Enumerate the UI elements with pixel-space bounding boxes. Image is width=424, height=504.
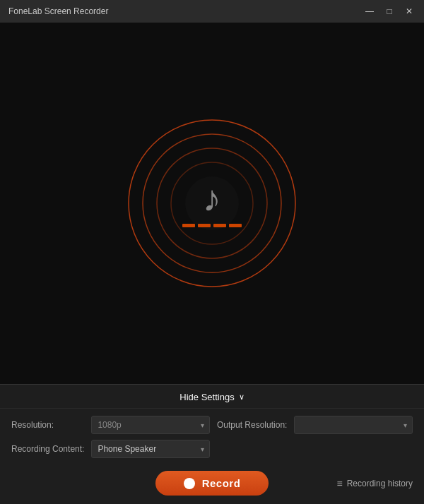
output-resolution-label: Output Resolution: <box>217 420 287 430</box>
bottom-panel: Hide Settings ∨ Resolution: 720p 1080p 1… <box>0 384 424 504</box>
recording-content-select[interactable]: Phone Speaker System Audio Microphone No… <box>91 440 210 458</box>
eq-bar-4 <box>229 224 242 227</box>
resolution-select-wrapper: 720p 1080p 1440p 4K ▾ <box>91 416 210 434</box>
output-resolution-select[interactable]: 720p 1080p <box>294 416 413 434</box>
main-area: ♪ <box>0 23 424 384</box>
recording-content-label: Recording Content: <box>11 444 84 454</box>
resolution-label: Resolution: <box>11 420 84 430</box>
recording-history-label: Recording history <box>347 479 413 488</box>
record-dot-icon <box>184 478 195 489</box>
eq-bar-1 <box>182 224 195 227</box>
resolution-select[interactable]: 720p 1080p 1440p 4K <box>91 416 210 434</box>
visualizer: ♪ <box>120 112 304 295</box>
close-button[interactable]: ✕ <box>400 4 418 19</box>
record-button-label: Record <box>202 477 241 489</box>
record-button[interactable]: Record <box>155 471 269 496</box>
minimize-button[interactable]: — <box>360 4 379 19</box>
music-note-container: ♪ <box>182 180 242 227</box>
recording-history-button[interactable]: ≡ Recording history <box>336 478 413 489</box>
hide-settings-label[interactable]: Hide Settings <box>179 392 234 402</box>
eq-bar-2 <box>198 224 211 227</box>
music-note-icon: ♪ <box>203 180 221 217</box>
window-controls: — □ ✕ <box>360 4 418 19</box>
maximize-button[interactable]: □ <box>380 4 399 19</box>
settings-grid: Resolution: 720p 1080p 1440p 4K ▾ Output… <box>0 409 424 464</box>
output-resolution-select-wrapper: 720p 1080p ▾ <box>294 416 413 434</box>
chevron-down-icon: ∨ <box>239 392 245 402</box>
record-row: Record ≡ Recording history <box>0 464 424 504</box>
eq-bars <box>182 224 242 227</box>
recording-content-select-wrapper: Phone Speaker System Audio Microphone No… <box>91 440 210 458</box>
hide-settings-bar[interactable]: Hide Settings ∨ <box>0 384 424 409</box>
history-icon: ≡ <box>336 478 342 489</box>
eq-bar-3 <box>213 224 226 227</box>
titlebar: FoneLab Screen Recorder — □ ✕ <box>0 0 424 23</box>
app-title: FoneLab Screen Recorder <box>8 6 108 16</box>
